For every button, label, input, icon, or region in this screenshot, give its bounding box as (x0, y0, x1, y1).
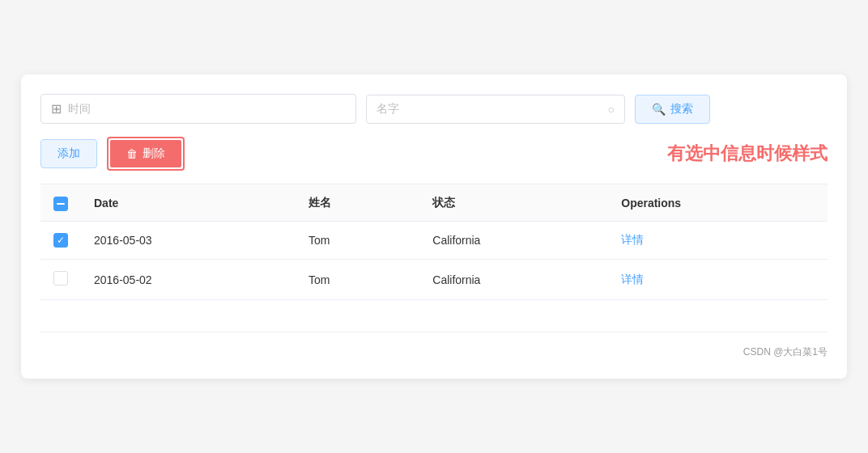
date-placeholder: 时间 (68, 102, 91, 116)
delete-btn-wrapper: 🗑 删除 (107, 137, 185, 171)
row-date-cell: 2016-05-03 (81, 222, 296, 260)
table-row: 2016-05-03 Tom California 详情 (40, 222, 828, 260)
row-date-cell: 2016-05-02 (81, 260, 296, 300)
table-row-empty (40, 300, 828, 332)
watermark-text: CSDN @大白菜1号 (743, 346, 828, 358)
table-row: 2016-05-02 Tom California 详情 (40, 260, 828, 300)
col-header-checkbox (40, 184, 81, 222)
row-operations-cell: 详情 (608, 222, 828, 260)
row-checkbox-cell (40, 260, 81, 300)
search-icon-inline: ○ (608, 103, 615, 116)
table-header-row: Date 姓名 状态 Operations (40, 184, 828, 222)
row-name-cell: Tom (296, 260, 419, 300)
search-button[interactable]: 🔍 搜索 (635, 95, 710, 124)
detail-link[interactable]: 详情 (621, 233, 644, 246)
col-header-status: 状态 (419, 184, 608, 222)
data-table: Date 姓名 状态 Operations 2016-05-03 Tom Cal… (40, 184, 828, 332)
row-checkbox[interactable] (53, 233, 68, 248)
date-input[interactable]: ⊞ 时间 (40, 94, 356, 124)
search-label: 搜索 (670, 102, 693, 116)
name-input[interactable]: 名字 ○ (366, 95, 625, 124)
col-header-operations: Operations (608, 184, 828, 222)
calendar-icon: ⊞ (51, 101, 62, 116)
detail-link[interactable]: 详情 (621, 273, 644, 286)
trash-icon: 🗑 (126, 147, 138, 160)
select-all-checkbox[interactable] (53, 197, 68, 211)
name-placeholder: 名字 (377, 102, 399, 116)
add-button[interactable]: 添加 (40, 139, 97, 168)
add-label: 添加 (57, 146, 80, 159)
delete-label: 删除 (143, 146, 165, 161)
row-status-cell: California (419, 222, 608, 260)
search-icon: 🔍 (652, 103, 666, 116)
col-header-date: Date (81, 184, 296, 222)
row-checkbox[interactable] (53, 271, 68, 286)
delete-button[interactable]: 🗑 删除 (110, 140, 181, 167)
row-name-cell: Tom (296, 222, 419, 260)
row-operations-cell: 详情 (608, 260, 828, 300)
col-header-name: 姓名 (296, 184, 419, 222)
row-status-cell: California (419, 260, 608, 300)
watermark: CSDN @大白菜1号 (40, 345, 828, 359)
row-checkbox-cell (40, 222, 81, 260)
hint-text: 有选中信息时候样式 (667, 142, 828, 166)
action-row: 添加 🗑 删除 有选中信息时候样式 (40, 137, 828, 171)
main-container: ⊞ 时间 名字 ○ 🔍 搜索 添加 🗑 删除 有选中信息时候样式 (21, 74, 847, 379)
search-row: ⊞ 时间 名字 ○ 🔍 搜索 (40, 94, 828, 124)
